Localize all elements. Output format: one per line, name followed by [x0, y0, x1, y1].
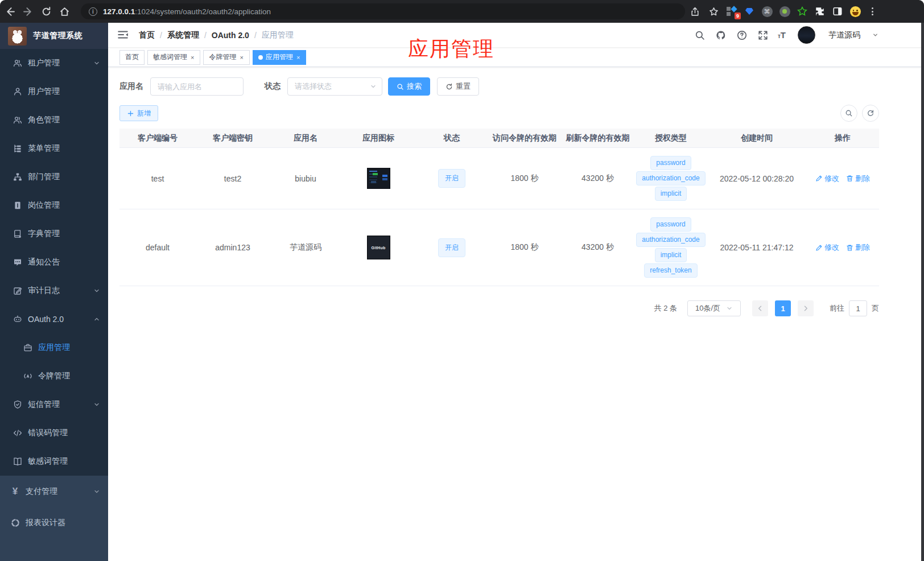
breadcrumb-item[interactable]: OAuth 2.0: [212, 31, 249, 40]
help-icon[interactable]: [736, 29, 748, 42]
add-button-label: 新增: [137, 109, 151, 118]
tab-close-icon[interactable]: ×: [190, 54, 195, 61]
sidebar-item-errcode[interactable]: 错误码管理: [0, 419, 108, 447]
page-size-select[interactable]: 10条/页: [687, 300, 741, 316]
tab-应用管理[interactable]: 应用管理×: [253, 50, 306, 65]
user-caret-down-icon[interactable]: [872, 32, 878, 38]
sidebar-item-role[interactable]: 角色管理: [0, 106, 108, 134]
prev-page-button[interactable]: [752, 300, 768, 316]
browser-reload-button[interactable]: [38, 3, 55, 20]
browser-forward-button[interactable]: [19, 3, 36, 20]
font-size-icon[interactable]: тT: [778, 30, 786, 40]
extension-puzzle-icon[interactable]: [814, 6, 826, 17]
sidebar: 芋道管理系统 租户管理用户管理角色管理菜单管理部门管理岗位管理字典管理通知公告审…: [0, 23, 108, 561]
status-badge: 开启: [438, 169, 465, 188]
breadcrumb-item[interactable]: 首页: [139, 30, 155, 40]
extension-gem-icon[interactable]: [744, 6, 755, 17]
extension-badge: 9: [735, 13, 741, 19]
chevron-down-icon: [93, 401, 100, 408]
sidebar-item-label: 短信管理: [28, 399, 93, 410]
sidebar-item-sensitive[interactable]: 敏感词管理: [0, 447, 108, 476]
grant-type-tag: implicit: [655, 248, 687, 262]
sidebar-item-pay[interactable]: ¥支付管理: [0, 476, 108, 507]
sidebar-item-notice[interactable]: 通知公告: [0, 248, 108, 277]
tab-close-icon[interactable]: ×: [239, 54, 244, 61]
side-panel-icon[interactable]: [832, 6, 843, 17]
sidebar-logo[interactable]: 芋道管理系统: [0, 23, 108, 49]
sidebar-item-oauth2-app[interactable]: 应用管理: [0, 333, 108, 362]
profile-avatar-icon[interactable]: [849, 6, 861, 17]
goto-label: 前往: [830, 303, 844, 314]
breadcrumb-item[interactable]: 系统管理: [167, 30, 199, 40]
page-unit-label: 页: [872, 303, 879, 314]
site-info-icon[interactable]: i: [89, 7, 97, 16]
edit-icon: [13, 286, 22, 296]
table-body: testtest2biubiu开启1800 秒43200 秒passwordau…: [119, 148, 879, 286]
user-avatar[interactable]: [798, 26, 815, 44]
sidebar-item-report[interactable]: 报表设计器: [0, 507, 108, 538]
delete-link[interactable]: 删除: [846, 242, 870, 253]
robot-icon: [13, 315, 22, 324]
extension-monkey-icon[interactable]: 9: [726, 6, 737, 17]
extension-recorder-icon[interactable]: [779, 6, 790, 17]
extension-star-icon[interactable]: [797, 6, 808, 17]
bookmark-star-icon[interactable]: [707, 5, 720, 18]
shield-icon: [13, 400, 22, 410]
app-name-input[interactable]: [150, 77, 244, 96]
sidebar-item-oauth2[interactable]: OAuth 2.0: [0, 305, 108, 333]
browser-back-button[interactable]: [1, 3, 18, 20]
sidebar-item-label: 字典管理: [28, 229, 100, 239]
add-button[interactable]: 新增: [119, 105, 158, 121]
breadcrumb: 首页/系统管理/OAuth 2.0/应用管理: [139, 30, 294, 40]
tab-敏感词管理[interactable]: 敏感词管理×: [147, 50, 200, 65]
username[interactable]: 芋道源码: [828, 30, 860, 40]
sidebar-item-dept[interactable]: 部门管理: [0, 163, 108, 191]
tab-label: 首页: [125, 52, 139, 62]
tab-close-icon[interactable]: ×: [296, 54, 300, 61]
sidebar-item-oauth2-token[interactable]: 令牌管理: [0, 362, 108, 390]
sidebar-item-audit[interactable]: 审计日志: [0, 277, 108, 305]
sidebar-item-menu[interactable]: 菜单管理: [0, 134, 108, 163]
browser-menu-icon[interactable]: [868, 7, 877, 15]
browser-address-bar[interactable]: i 127.0.0.1:1024/system/oauth2/oauth2/ap…: [81, 3, 685, 19]
cell-grant-types: passwordauthorization_codeimplicit: [634, 148, 707, 209]
status-select-placeholder: 请选择状态: [295, 81, 332, 92]
sidebar-collapse-icon[interactable]: [117, 29, 130, 42]
reset-button[interactable]: 重置: [437, 77, 479, 96]
page-number-1[interactable]: 1: [775, 300, 791, 316]
tab-首页[interactable]: 首页: [119, 50, 145, 65]
grant-type-tag: authorization_code: [636, 233, 705, 247]
browser-home-button[interactable]: [56, 3, 73, 20]
toggle-search-button[interactable]: [840, 105, 857, 122]
sidebar-item-dict[interactable]: 字典管理: [0, 220, 108, 248]
tab-令牌管理[interactable]: 令牌管理×: [203, 50, 249, 65]
cell-refresh-token-ttl: 43200 秒: [561, 166, 634, 192]
tab-label: 敏感词管理: [153, 52, 187, 62]
column-header: 客户端密钥: [196, 133, 270, 143]
edit-link[interactable]: 修改: [815, 174, 839, 184]
search-button[interactable]: 搜索: [388, 77, 430, 96]
tree-icon: [13, 144, 22, 154]
status-select[interactable]: 请选择状态: [287, 77, 382, 96]
search-button-label: 搜索: [407, 81, 422, 92]
fullscreen-icon[interactable]: [757, 29, 769, 42]
extension-command-icon[interactable]: ⌘: [761, 6, 773, 17]
sidebar-item-post[interactable]: 岗位管理: [0, 191, 108, 220]
edit-link[interactable]: 修改: [815, 242, 839, 253]
goto-page-input[interactable]: [849, 300, 867, 316]
dict-icon: [13, 229, 22, 239]
share-icon[interactable]: [688, 5, 701, 18]
delete-link[interactable]: 删除: [846, 174, 870, 184]
table-toolbar: 新增: [119, 105, 879, 122]
column-header: 操作: [806, 133, 879, 143]
sidebar-item-tenant[interactable]: 租户管理: [0, 49, 108, 77]
refresh-button[interactable]: [862, 105, 879, 122]
sidebar-item-user[interactable]: 用户管理: [0, 77, 108, 106]
cell-created-time: 2022-05-12 00:28:20: [707, 166, 806, 191]
search-icon[interactable]: [694, 29, 706, 42]
column-header: 状态: [415, 133, 488, 143]
sidebar-item-sms[interactable]: 短信管理: [0, 390, 108, 419]
github-icon[interactable]: [715, 29, 727, 42]
next-page-button[interactable]: [798, 300, 814, 316]
menu-group-root: ¥支付管理报表设计器: [0, 476, 108, 538]
